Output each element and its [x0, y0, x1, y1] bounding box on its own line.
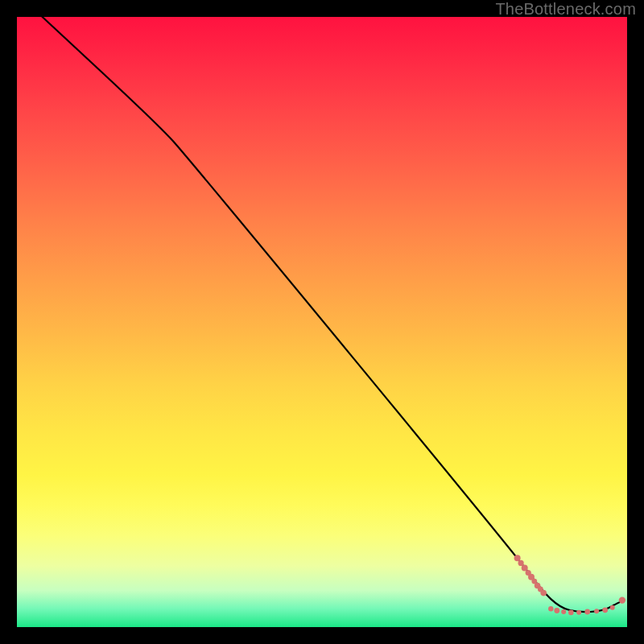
bottleneck-curve [29, 5, 621, 612]
data-point [584, 609, 590, 615]
data-point [554, 608, 559, 613]
data-point [610, 605, 615, 610]
data-point [602, 607, 608, 613]
data-point [540, 590, 547, 597]
data-point [568, 609, 574, 615]
data-point [518, 560, 524, 566]
watermark-text: TheBottleneck.com [495, 0, 636, 19]
data-point [619, 597, 625, 603]
data-point [548, 606, 553, 611]
data-point [514, 555, 521, 561]
data-point [594, 609, 599, 613]
chart-svg [17, 17, 627, 627]
data-point [522, 565, 528, 572]
data-points-group [514, 555, 626, 615]
data-point [561, 609, 566, 614]
data-point [576, 610, 581, 615]
